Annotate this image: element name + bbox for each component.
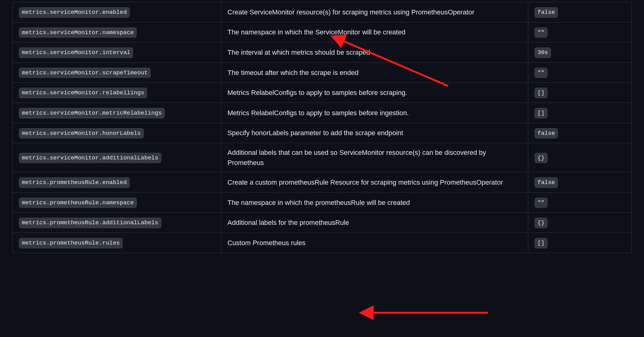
desc-cell: Custom Prometheus rules [221, 233, 528, 253]
value-code: "" [534, 68, 548, 78]
param-cell: metrics.prometheusRule.rules [13, 233, 221, 253]
value-cell: "" [528, 22, 632, 42]
table-row: metrics.prometheusRule.namespaceThe name… [13, 192, 632, 213]
param-cell: metrics.serviceMonitor.enabled [13, 2, 221, 22]
desc-cell: Create a custom prometheusRule Resource … [221, 172, 528, 193]
param-code: metrics.prometheusRule.namespace [19, 198, 137, 208]
desc-cell: Metrics RelabelConfigs to apply to sampl… [221, 103, 528, 123]
param-code: metrics.serviceMonitor.scrapeTimeout [19, 68, 151, 78]
param-cell: metrics.serviceMonitor.namespace [13, 22, 221, 42]
value-code: "" [534, 27, 548, 38]
desc-cell: The namespace in which the prometheusRul… [221, 192, 528, 213]
param-cell: metrics.prometheusRule.enabled [13, 172, 221, 193]
param-cell: metrics.prometheusRule.additionalLabels [13, 213, 221, 233]
value-code: 30s [534, 47, 551, 58]
table-row: metrics.prometheusRule.enabledCreate a c… [13, 172, 632, 193]
value-code: false [534, 177, 558, 188]
param-cell: metrics.serviceMonitor.relabellings [13, 83, 221, 103]
desc-cell: Additional labels for the prometheusRule [221, 213, 528, 233]
table-row: metrics.serviceMonitor.additionalLabelsA… [13, 143, 632, 172]
table-row: metrics.serviceMonitor.honorLabelsSpecif… [13, 123, 632, 143]
param-code: metrics.serviceMonitor.namespace [19, 27, 137, 38]
value-cell: "" [528, 62, 632, 83]
value-cell: "" [528, 192, 632, 213]
desc-cell: Additional labels that can be used so Se… [221, 143, 528, 172]
value-code: false [534, 7, 558, 18]
param-code: metrics.serviceMonitor.metricRelabelings [19, 108, 165, 119]
value-cell: false [528, 172, 632, 193]
desc-cell: The namespace in which the ServiceMonito… [221, 22, 528, 42]
value-code: [] [534, 238, 548, 249]
value-cell: {} [528, 213, 632, 233]
value-cell: false [528, 2, 632, 22]
table-row: metrics.serviceMonitor.intervalThe inter… [13, 42, 632, 63]
value-code: [] [534, 108, 548, 119]
param-code: metrics.prometheusRule.additionalLabels [19, 217, 161, 228]
value-cell: 30s [528, 42, 632, 63]
param-cell: metrics.prometheusRule.namespace [13, 192, 221, 213]
param-code: metrics.serviceMonitor.interval [19, 47, 133, 58]
value-code: "" [534, 198, 548, 208]
table-row: metrics.serviceMonitor.scrapeTimeoutThe … [13, 62, 632, 83]
desc-cell: The interval at which metrics should be … [221, 42, 528, 63]
param-code: metrics.prometheusRule.rules [19, 238, 123, 249]
parameters-tbody: metrics.serviceMonitor.enabledCreate Ser… [13, 2, 632, 253]
table-row: metrics.serviceMonitor.enabledCreate Ser… [13, 2, 632, 22]
param-cell: metrics.serviceMonitor.honorLabels [13, 123, 221, 143]
table-row: metrics.serviceMonitor.relabellingsMetri… [13, 83, 632, 103]
value-cell: [] [528, 83, 632, 103]
value-code: {} [534, 153, 548, 163]
table-row: metrics.prometheusRule.rulesCustom Prome… [13, 233, 632, 253]
value-code: {} [534, 217, 548, 228]
value-code: false [534, 128, 558, 139]
table-row: metrics.prometheusRule.additionalLabelsA… [13, 213, 632, 233]
table-row: metrics.serviceMonitor.namespaceThe name… [13, 22, 632, 42]
param-cell: metrics.serviceMonitor.scrapeTimeout [13, 62, 221, 83]
param-cell: metrics.serviceMonitor.metricRelabelings [13, 103, 221, 123]
desc-cell: Specify honorLabels parameter to add the… [221, 123, 528, 143]
param-code: metrics.serviceMonitor.honorLabels [19, 128, 144, 139]
param-cell: metrics.serviceMonitor.interval [13, 42, 221, 63]
table-row: metrics.serviceMonitor.metricRelabelings… [13, 103, 632, 123]
param-cell: metrics.serviceMonitor.additionalLabels [13, 143, 221, 172]
desc-cell: The timeout after which the scrape is en… [221, 62, 528, 83]
parameters-table: metrics.serviceMonitor.enabledCreate Ser… [12, 2, 632, 253]
desc-cell: Metrics RelabelConfigs to apply to sampl… [221, 83, 528, 103]
value-cell: {} [528, 143, 632, 172]
value-cell: [] [528, 233, 632, 253]
param-code: metrics.serviceMonitor.enabled [19, 7, 130, 18]
value-cell: false [528, 123, 632, 143]
desc-cell: Create ServiceMonitor resource(s) for sc… [221, 2, 528, 22]
param-code: metrics.prometheusRule.enabled [19, 177, 130, 188]
page: metrics.serviceMonitor.enabledCreate Ser… [0, 0, 644, 337]
param-code: metrics.serviceMonitor.additionalLabels [19, 153, 161, 163]
value-cell: [] [528, 103, 632, 123]
param-code: metrics.serviceMonitor.relabellings [19, 88, 147, 98]
value-code: [] [534, 88, 548, 98]
